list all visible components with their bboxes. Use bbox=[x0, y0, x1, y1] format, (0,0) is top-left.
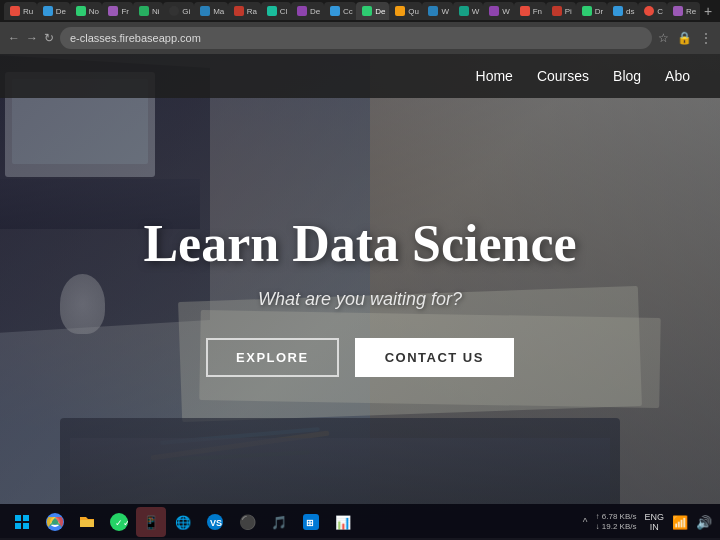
nav-home[interactable]: Home bbox=[476, 68, 513, 84]
hero-content: Learn Data Science What are you waiting … bbox=[123, 195, 596, 396]
tab-dr[interactable]: Dr bbox=[576, 2, 607, 20]
lock-icon: 🔒 bbox=[677, 31, 692, 45]
taskbar-chrome-icon[interactable] bbox=[40, 507, 70, 537]
new-tab-button[interactable]: + bbox=[700, 3, 716, 19]
network-down: ↓ 19.2 KB/s bbox=[596, 522, 637, 532]
tab-c[interactable]: C bbox=[638, 2, 667, 20]
tab-w1[interactable]: W bbox=[422, 2, 452, 20]
tab-fr[interactable]: Fr bbox=[102, 2, 132, 20]
forward-button[interactable]: → bbox=[26, 31, 38, 45]
taskbar-app1-icon[interactable]: 📱 bbox=[136, 507, 166, 537]
tab-de2[interactable]: De bbox=[291, 2, 324, 20]
site-navigation: Home Courses Blog Abo bbox=[0, 54, 720, 98]
svg-rect-1 bbox=[23, 515, 29, 521]
hero-buttons: EXPLORE CONTACT US bbox=[143, 338, 576, 377]
taskbar-tray-arrow[interactable]: ^ bbox=[583, 517, 588, 528]
taskbar-system-tray: ^ ↑ 6.78 KB/s ↓ 19.2 KB/s ENGIN 📶 🔊 bbox=[583, 512, 712, 533]
contact-button[interactable]: CONTACT US bbox=[355, 338, 514, 377]
back-button[interactable]: ← bbox=[8, 31, 20, 45]
tab-de1[interactable]: De bbox=[37, 2, 70, 20]
explore-button[interactable]: EXPLORE bbox=[206, 338, 339, 377]
taskbar-files-icon[interactable] bbox=[72, 507, 102, 537]
tab-w2[interactable]: W bbox=[453, 2, 483, 20]
address-text: e-classes.firebaseapp.com bbox=[70, 32, 201, 44]
tab-gi[interactable]: Gi bbox=[163, 2, 194, 20]
taskbar-app7-icon[interactable]: 📊 bbox=[328, 507, 358, 537]
toolbar-right-icons: ☆ 🔒 ⋮ bbox=[658, 31, 712, 45]
taskbar-language[interactable]: ENGIN bbox=[644, 512, 664, 532]
browser-tabs-bar: Ru De No Fr Ni Gi Ma Ra bbox=[0, 0, 720, 22]
svg-text:✓✓: ✓✓ bbox=[115, 518, 128, 528]
tab-cl[interactable]: Cl bbox=[261, 2, 291, 20]
taskbar-volume-icon[interactable]: 🔊 bbox=[696, 515, 712, 530]
taskbar-app6-icon[interactable]: ⊞ bbox=[296, 507, 326, 537]
taskbar-app5-icon[interactable]: 🎵 bbox=[264, 507, 294, 537]
network-up: ↑ 6.78 KB/s bbox=[596, 512, 637, 522]
taskbar-wifi-icon[interactable]: 📶 bbox=[672, 515, 688, 530]
tab-fn[interactable]: Fn bbox=[514, 2, 546, 20]
tab-ds[interactable]: ds bbox=[607, 2, 638, 20]
tab-ru[interactable]: Ru bbox=[4, 2, 37, 20]
tab-no[interactable]: No bbox=[70, 2, 103, 20]
tab-ma[interactable]: Ma bbox=[194, 2, 228, 20]
browser-chrome: Ru De No Fr Ni Gi Ma Ra bbox=[0, 0, 720, 54]
tab-w3[interactable]: W bbox=[483, 2, 513, 20]
tab-cc[interactable]: Cc bbox=[324, 2, 356, 20]
hero-title: Learn Data Science bbox=[143, 215, 576, 272]
taskbar-whatsapp-icon[interactable]: ✓✓ bbox=[104, 507, 134, 537]
svg-rect-0 bbox=[15, 515, 21, 521]
svg-text:VS: VS bbox=[210, 518, 222, 528]
tab-ra[interactable]: Ra bbox=[228, 2, 261, 20]
svg-rect-7 bbox=[80, 520, 94, 527]
address-bar[interactable]: e-classes.firebaseapp.com bbox=[60, 27, 652, 49]
taskbar-app3-icon[interactable]: VS bbox=[200, 507, 230, 537]
browser-toolbar: ← → ↻ e-classes.firebaseapp.com ☆ 🔒 ⋮ bbox=[0, 22, 720, 54]
taskbar-app2-icon[interactable]: 🌐 bbox=[168, 507, 198, 537]
nav-about[interactable]: Abo bbox=[665, 68, 690, 84]
tab-de3[interactable]: De bbox=[356, 2, 389, 20]
taskbar-app-icons: ✓✓ 📱 🌐 VS ⚫ 🎵 ⊞ 📊 bbox=[40, 507, 579, 537]
start-button[interactable] bbox=[8, 508, 36, 536]
hero-subtitle: What are you waiting for? bbox=[143, 289, 576, 310]
nav-courses[interactable]: Courses bbox=[537, 68, 589, 84]
svg-rect-2 bbox=[15, 523, 21, 529]
taskbar-network-stats: ↑ 6.78 KB/s ↓ 19.2 KB/s bbox=[596, 512, 637, 533]
taskbar-app4-icon[interactable]: ⚫ bbox=[232, 507, 262, 537]
menu-icon[interactable]: ⋮ bbox=[700, 31, 712, 45]
tab-ni[interactable]: Ni bbox=[133, 2, 163, 20]
refresh-button[interactable]: ↻ bbox=[44, 31, 54, 45]
tab-qu[interactable]: Qu bbox=[389, 2, 422, 20]
svg-text:⊞: ⊞ bbox=[306, 518, 314, 528]
nav-blog[interactable]: Blog bbox=[613, 68, 641, 84]
taskbar: ✓✓ 📱 🌐 VS ⚫ 🎵 ⊞ 📊 bbox=[0, 504, 720, 540]
svg-rect-3 bbox=[23, 523, 29, 529]
tab-re[interactable]: Re bbox=[667, 2, 700, 20]
tab-pi[interactable]: Pi bbox=[546, 2, 576, 20]
bookmark-icon[interactable]: ☆ bbox=[658, 31, 669, 45]
hero-section: Learn Data Science What are you waiting … bbox=[0, 54, 720, 538]
